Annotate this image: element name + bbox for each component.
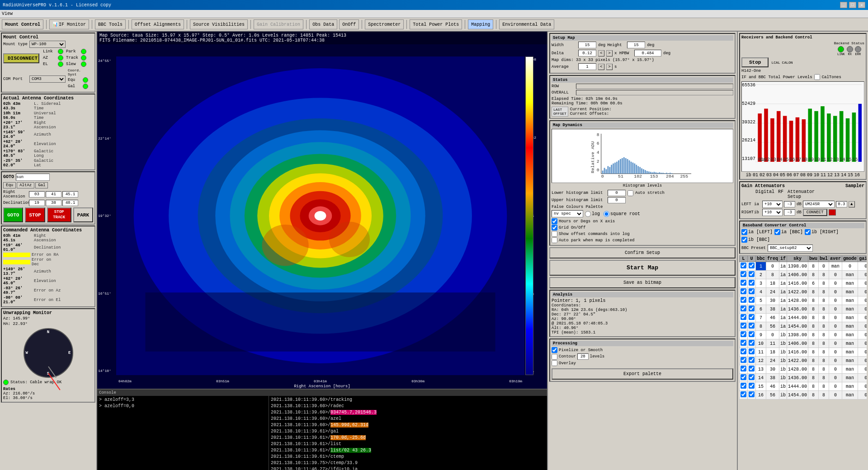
ch-u-checkbox-3[interactable] (749, 288, 755, 294)
cal-tones-checkbox[interactable] (814, 74, 820, 80)
ch-l-checkbox-3[interactable] (741, 288, 746, 294)
ch-u-checkbox-0[interactable] (749, 263, 755, 268)
toolbar-if-monitor[interactable]: 📊 IF Monitor (49, 19, 89, 29)
ch-l-checkbox-4[interactable] (741, 297, 746, 303)
ch-u-checkbox-12[interactable] (749, 366, 755, 371)
ia-left-checkbox[interactable] (741, 229, 747, 235)
left-sampler-input[interactable] (836, 201, 847, 207)
toolbar-environmental-data[interactable]: Environmental Data (499, 19, 554, 29)
toolbar-gain-calibration[interactable]: Gain Calibration (254, 19, 303, 29)
tab-equ[interactable]: Equ (3, 182, 16, 188)
ch-u-checkbox-8[interactable] (749, 331, 755, 337)
auto-stretch-checkbox[interactable] (627, 190, 633, 196)
park-button[interactable]: PARK (73, 207, 93, 222)
save-bitmap-button[interactable]: Save as bitmap (549, 277, 736, 288)
contour-checkbox[interactable] (552, 354, 557, 360)
ch-l-checkbox-6[interactable] (741, 314, 746, 320)
palette-select[interactable]: nv spec (552, 210, 583, 217)
tab-gal[interactable]: Gal (35, 182, 48, 188)
ch-l-checkbox-13[interactable] (741, 374, 746, 380)
toolbar-total-power-plots[interactable]: Total Power Plots (410, 19, 462, 29)
ch-u-checkbox-13[interactable] (749, 374, 755, 380)
hpbw-input[interactable] (634, 50, 661, 56)
com-port-select[interactable]: COM3 (29, 75, 66, 83)
sec-input[interactable] (62, 191, 78, 197)
show-offset-checkbox[interactable] (552, 231, 557, 237)
ch-l-checkbox-1[interactable] (741, 271, 746, 277)
upper-limit-input[interactable] (608, 197, 626, 203)
ch-u-checkbox-11[interactable] (749, 357, 755, 363)
deg-input[interactable] (29, 200, 45, 206)
toolbar-obs-data[interactable]: Obs Data (309, 19, 337, 29)
export-palette-button[interactable]: Export palette (552, 368, 733, 380)
sec2-input[interactable] (62, 200, 78, 206)
toolbar-on-off[interactable]: OnOff (339, 19, 359, 29)
toolbar-mapping[interactable]: Mapping (468, 19, 493, 29)
disconnect-button[interactable]: DISCONNECT (3, 53, 39, 63)
width-input[interactable] (578, 42, 596, 48)
ch-l-checkbox-14[interactable] (741, 383, 746, 389)
stop-button[interactable]: STOP (25, 207, 45, 222)
stop-track-button[interactable]: STOPTRACK (47, 207, 71, 222)
height-input[interactable] (627, 42, 645, 48)
delta-left-btn[interactable]: < (598, 50, 604, 56)
toolbar-bbc-tools[interactable]: BBC Tools (95, 19, 126, 29)
ib-right-checkbox[interactable] (805, 229, 811, 235)
lower-limit-input[interactable] (608, 190, 626, 196)
tab-altaz[interactable]: AltAz (17, 182, 34, 188)
menu-view[interactable]: View (2, 11, 13, 16)
min2-input[interactable] (46, 200, 61, 206)
goto-button[interactable]: GOTO (3, 207, 23, 222)
left-sampler-up-btn[interactable]: ▲ (849, 201, 855, 207)
start-map-button[interactable]: Start Map (549, 260, 736, 276)
ch-u-checkbox-6[interactable] (749, 314, 755, 320)
avg-left-btn[interactable]: < (598, 64, 604, 70)
ch-u-checkbox-14[interactable] (749, 383, 755, 389)
delta-input[interactable] (578, 50, 596, 56)
left-digital-select[interactable]: +10 (762, 201, 783, 208)
contour-levels-input[interactable] (577, 353, 589, 360)
ch-l-checkbox-15[interactable] (741, 391, 746, 397)
ch-l-checkbox-0[interactable] (741, 263, 746, 268)
ch-u-checkbox-9[interactable] (749, 340, 755, 346)
grid-checkbox[interactable] (552, 225, 557, 230)
close-button[interactable]: ✕ (858, 2, 865, 8)
toolbar-spectrometer[interactable]: Spectrometer (365, 19, 404, 29)
ch-l-checkbox-9[interactable] (741, 340, 746, 346)
ib-bbc-checkbox[interactable] (741, 237, 747, 243)
delta-right-btn[interactable]: > (606, 50, 613, 56)
overlay-checkbox[interactable] (552, 360, 557, 366)
goto-input[interactable] (16, 174, 50, 181)
ch-u-checkbox-7[interactable] (749, 323, 755, 329)
left-att-setup-select[interactable]: UM245R (803, 201, 835, 208)
avg-right-btn[interactable]: > (606, 64, 613, 70)
auto-park-checkbox[interactable] (552, 237, 557, 243)
right-digital-select[interactable]: +10 (762, 209, 783, 216)
connect-button[interactable]: CONNECT (803, 209, 827, 216)
hour-input[interactable] (29, 191, 45, 197)
maximize-button[interactable]: □ (849, 2, 856, 8)
ch-u-checkbox-15[interactable] (749, 391, 755, 397)
ch-l-checkbox-2[interactable] (741, 280, 746, 286)
ch-l-checkbox-5[interactable] (741, 306, 746, 311)
left-rf-input[interactable] (784, 201, 795, 207)
sqrt-radio[interactable] (604, 211, 609, 217)
bbc-preset-select[interactable]: BBC_setup02 (768, 244, 813, 252)
minimize-button[interactable]: _ (840, 2, 847, 8)
ch-l-checkbox-8[interactable] (741, 331, 746, 337)
ch-l-checkbox-10[interactable] (741, 348, 746, 354)
min-input[interactable] (46, 191, 61, 197)
right-rf-input[interactable] (784, 209, 795, 216)
hours-degs-checkbox[interactable] (552, 218, 557, 224)
ch-u-checkbox-2[interactable] (749, 280, 755, 286)
average-input[interactable] (578, 63, 596, 70)
ch-u-checkbox-4[interactable] (749, 297, 755, 303)
ch-l-checkbox-12[interactable] (741, 366, 746, 371)
ch-u-checkbox-1[interactable] (749, 271, 755, 277)
ch-l-checkbox-11[interactable] (741, 357, 746, 363)
ia-bbc-checkbox[interactable] (774, 229, 780, 235)
mount-type-select[interactable]: WP-100 (29, 41, 66, 48)
toolbar-offset-alignments[interactable]: Offset Alignments (132, 19, 184, 29)
confirm-setup-button[interactable]: Confirm Setup (549, 247, 736, 258)
ch-u-checkbox-5[interactable] (749, 306, 755, 311)
